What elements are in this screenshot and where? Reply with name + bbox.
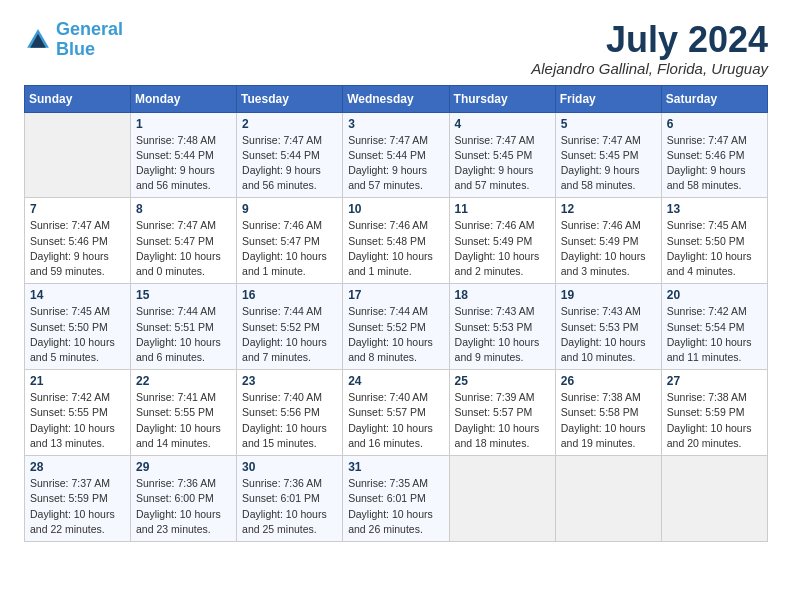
- day-number: 27: [667, 374, 762, 388]
- day-info: Sunrise: 7:44 AMSunset: 5:51 PMDaylight:…: [136, 304, 231, 365]
- day-info: Sunrise: 7:35 AMSunset: 6:01 PMDaylight:…: [348, 476, 443, 537]
- day-number: 20: [667, 288, 762, 302]
- weekday-header-sunday: Sunday: [25, 85, 131, 112]
- calendar-cell: 19Sunrise: 7:43 AMSunset: 5:53 PMDayligh…: [555, 284, 661, 370]
- day-number: 5: [561, 117, 656, 131]
- day-info: Sunrise: 7:41 AMSunset: 5:55 PMDaylight:…: [136, 390, 231, 451]
- day-info: Sunrise: 7:42 AMSunset: 5:55 PMDaylight:…: [30, 390, 125, 451]
- day-info: Sunrise: 7:46 AMSunset: 5:47 PMDaylight:…: [242, 218, 337, 279]
- day-number: 1: [136, 117, 231, 131]
- day-number: 7: [30, 202, 125, 216]
- calendar-cell: 3Sunrise: 7:47 AMSunset: 5:44 PMDaylight…: [343, 112, 449, 198]
- day-number: 28: [30, 460, 125, 474]
- day-number: 18: [455, 288, 550, 302]
- calendar-cell: 15Sunrise: 7:44 AMSunset: 5:51 PMDayligh…: [131, 284, 237, 370]
- day-number: 13: [667, 202, 762, 216]
- day-number: 23: [242, 374, 337, 388]
- calendar: SundayMondayTuesdayWednesdayThursdayFrid…: [24, 85, 768, 542]
- calendar-cell: 11Sunrise: 7:46 AMSunset: 5:49 PMDayligh…: [449, 198, 555, 284]
- weekday-header-tuesday: Tuesday: [237, 85, 343, 112]
- calendar-cell: 13Sunrise: 7:45 AMSunset: 5:50 PMDayligh…: [661, 198, 767, 284]
- calendar-header: SundayMondayTuesdayWednesdayThursdayFrid…: [25, 85, 768, 112]
- calendar-week-1: 1Sunrise: 7:48 AMSunset: 5:44 PMDaylight…: [25, 112, 768, 198]
- day-info: Sunrise: 7:47 AMSunset: 5:45 PMDaylight:…: [455, 133, 550, 194]
- day-info: Sunrise: 7:37 AMSunset: 5:59 PMDaylight:…: [30, 476, 125, 537]
- day-number: 8: [136, 202, 231, 216]
- day-info: Sunrise: 7:46 AMSunset: 5:48 PMDaylight:…: [348, 218, 443, 279]
- day-info: Sunrise: 7:40 AMSunset: 5:56 PMDaylight:…: [242, 390, 337, 451]
- calendar-cell: 12Sunrise: 7:46 AMSunset: 5:49 PMDayligh…: [555, 198, 661, 284]
- calendar-cell: 25Sunrise: 7:39 AMSunset: 5:57 PMDayligh…: [449, 370, 555, 456]
- day-info: Sunrise: 7:36 AMSunset: 6:00 PMDaylight:…: [136, 476, 231, 537]
- day-info: Sunrise: 7:47 AMSunset: 5:44 PMDaylight:…: [242, 133, 337, 194]
- calendar-cell: 7Sunrise: 7:47 AMSunset: 5:46 PMDaylight…: [25, 198, 131, 284]
- day-info: Sunrise: 7:43 AMSunset: 5:53 PMDaylight:…: [455, 304, 550, 365]
- day-info: Sunrise: 7:42 AMSunset: 5:54 PMDaylight:…: [667, 304, 762, 365]
- day-number: 6: [667, 117, 762, 131]
- calendar-cell: 29Sunrise: 7:36 AMSunset: 6:00 PMDayligh…: [131, 456, 237, 542]
- calendar-cell: 20Sunrise: 7:42 AMSunset: 5:54 PMDayligh…: [661, 284, 767, 370]
- day-number: 9: [242, 202, 337, 216]
- day-info: Sunrise: 7:38 AMSunset: 5:59 PMDaylight:…: [667, 390, 762, 451]
- calendar-cell: 28Sunrise: 7:37 AMSunset: 5:59 PMDayligh…: [25, 456, 131, 542]
- day-number: 4: [455, 117, 550, 131]
- day-info: Sunrise: 7:47 AMSunset: 5:46 PMDaylight:…: [667, 133, 762, 194]
- day-info: Sunrise: 7:48 AMSunset: 5:44 PMDaylight:…: [136, 133, 231, 194]
- day-info: Sunrise: 7:47 AMSunset: 5:45 PMDaylight:…: [561, 133, 656, 194]
- day-number: 12: [561, 202, 656, 216]
- day-number: 16: [242, 288, 337, 302]
- calendar-cell: 17Sunrise: 7:44 AMSunset: 5:52 PMDayligh…: [343, 284, 449, 370]
- day-info: Sunrise: 7:47 AMSunset: 5:47 PMDaylight:…: [136, 218, 231, 279]
- day-number: 22: [136, 374, 231, 388]
- day-info: Sunrise: 7:36 AMSunset: 6:01 PMDaylight:…: [242, 476, 337, 537]
- calendar-cell: 14Sunrise: 7:45 AMSunset: 5:50 PMDayligh…: [25, 284, 131, 370]
- day-number: 26: [561, 374, 656, 388]
- day-info: Sunrise: 7:39 AMSunset: 5:57 PMDaylight:…: [455, 390, 550, 451]
- calendar-cell: 22Sunrise: 7:41 AMSunset: 5:55 PMDayligh…: [131, 370, 237, 456]
- calendar-cell: 18Sunrise: 7:43 AMSunset: 5:53 PMDayligh…: [449, 284, 555, 370]
- calendar-cell: [661, 456, 767, 542]
- calendar-week-5: 28Sunrise: 7:37 AMSunset: 5:59 PMDayligh…: [25, 456, 768, 542]
- calendar-week-3: 14Sunrise: 7:45 AMSunset: 5:50 PMDayligh…: [25, 284, 768, 370]
- weekday-header-friday: Friday: [555, 85, 661, 112]
- weekday-header-thursday: Thursday: [449, 85, 555, 112]
- day-info: Sunrise: 7:44 AMSunset: 5:52 PMDaylight:…: [242, 304, 337, 365]
- day-number: 29: [136, 460, 231, 474]
- day-number: 2: [242, 117, 337, 131]
- day-number: 19: [561, 288, 656, 302]
- calendar-cell: 6Sunrise: 7:47 AMSunset: 5:46 PMDaylight…: [661, 112, 767, 198]
- logo: General Blue: [24, 20, 123, 60]
- page-header: General Blue July 2024 Alejandro Gallina…: [24, 20, 768, 77]
- day-number: 3: [348, 117, 443, 131]
- title-block: July 2024 Alejandro Gallinal, Florida, U…: [531, 20, 768, 77]
- calendar-cell: 30Sunrise: 7:36 AMSunset: 6:01 PMDayligh…: [237, 456, 343, 542]
- calendar-cell: [449, 456, 555, 542]
- calendar-cell: 26Sunrise: 7:38 AMSunset: 5:58 PMDayligh…: [555, 370, 661, 456]
- day-number: 17: [348, 288, 443, 302]
- calendar-cell: 31Sunrise: 7:35 AMSunset: 6:01 PMDayligh…: [343, 456, 449, 542]
- day-info: Sunrise: 7:40 AMSunset: 5:57 PMDaylight:…: [348, 390, 443, 451]
- calendar-cell: 1Sunrise: 7:48 AMSunset: 5:44 PMDaylight…: [131, 112, 237, 198]
- day-info: Sunrise: 7:38 AMSunset: 5:58 PMDaylight:…: [561, 390, 656, 451]
- logo-line2: Blue: [56, 39, 95, 59]
- logo-text: General Blue: [56, 20, 123, 60]
- calendar-cell: 24Sunrise: 7:40 AMSunset: 5:57 PMDayligh…: [343, 370, 449, 456]
- day-number: 11: [455, 202, 550, 216]
- day-info: Sunrise: 7:45 AMSunset: 5:50 PMDaylight:…: [667, 218, 762, 279]
- calendar-cell: [555, 456, 661, 542]
- day-info: Sunrise: 7:43 AMSunset: 5:53 PMDaylight:…: [561, 304, 656, 365]
- calendar-cell: 5Sunrise: 7:47 AMSunset: 5:45 PMDaylight…: [555, 112, 661, 198]
- weekday-header-wednesday: Wednesday: [343, 85, 449, 112]
- day-info: Sunrise: 7:44 AMSunset: 5:52 PMDaylight:…: [348, 304, 443, 365]
- day-info: Sunrise: 7:46 AMSunset: 5:49 PMDaylight:…: [561, 218, 656, 279]
- calendar-cell: 27Sunrise: 7:38 AMSunset: 5:59 PMDayligh…: [661, 370, 767, 456]
- calendar-week-2: 7Sunrise: 7:47 AMSunset: 5:46 PMDaylight…: [25, 198, 768, 284]
- weekday-header-saturday: Saturday: [661, 85, 767, 112]
- day-number: 24: [348, 374, 443, 388]
- weekday-header-monday: Monday: [131, 85, 237, 112]
- subtitle: Alejandro Gallinal, Florida, Uruguay: [531, 60, 768, 77]
- day-number: 25: [455, 374, 550, 388]
- day-info: Sunrise: 7:46 AMSunset: 5:49 PMDaylight:…: [455, 218, 550, 279]
- logo-line1: General: [56, 19, 123, 39]
- logo-icon: [24, 26, 52, 54]
